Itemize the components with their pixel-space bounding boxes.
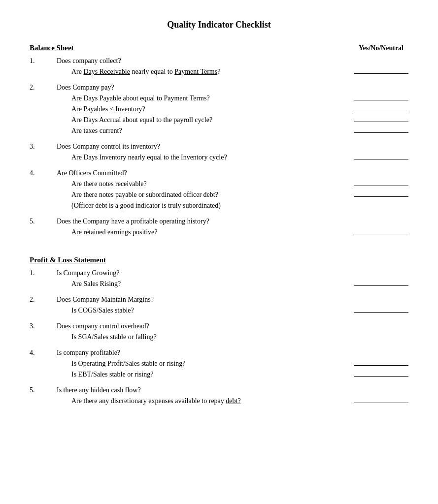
balance-sheet-title: Balance Sheet bbox=[30, 44, 74, 52]
answer-line[interactable] bbox=[354, 279, 408, 286]
item-number-3: 3. bbox=[30, 143, 57, 163]
pl-item-2: 2. Does Company Maintain Margins? Is COG… bbox=[30, 296, 408, 316]
item-number-4: 4. bbox=[30, 169, 57, 212]
answer-line[interactable] bbox=[354, 227, 408, 234]
item-5-main: Does the Company have a profitable opera… bbox=[57, 218, 408, 225]
balance-sheet-item-1: 1. Does company collect? Are Days Receiv… bbox=[30, 57, 408, 78]
balance-sheet-item-5: 5. Does the Company have a profitable op… bbox=[30, 218, 408, 238]
pl-item-4-sub-1: Is Operating Profit/Sales stable or risi… bbox=[71, 360, 344, 368]
yes-no-label: Yes/No/Neutral bbox=[359, 44, 404, 52]
item-3-main: Does Company control its inventory? bbox=[57, 143, 408, 151]
answer-line[interactable] bbox=[354, 359, 408, 366]
item-number-5: 5. bbox=[30, 218, 57, 238]
answer-line[interactable] bbox=[354, 396, 408, 403]
item-2-sub-1: Are Days Payable about equal to Payment … bbox=[71, 94, 344, 102]
pl-item-number-2: 2. bbox=[30, 296, 57, 316]
pl-item-4-main: Is company profitable? bbox=[57, 349, 408, 357]
item-5-sub-1: Are retained earnings positive? bbox=[71, 228, 344, 236]
answer-line[interactable] bbox=[354, 126, 408, 133]
item-2-sub-4: Are taxes current? bbox=[71, 127, 344, 135]
answer-line[interactable] bbox=[354, 370, 408, 377]
balance-sheet-item-3: 3. Does Company control its inventory? A… bbox=[30, 143, 408, 163]
pl-item-number-5: 5. bbox=[30, 386, 57, 407]
page-title: Quality Indicator Checklist bbox=[30, 20, 408, 30]
pl-item-3-sub-1: Is SGA/Sales stable or falling? bbox=[71, 333, 344, 341]
pl-item-number-3: 3. bbox=[30, 322, 57, 343]
pl-item-2-sub-1: Is COGS/Sales stable? bbox=[71, 307, 344, 315]
pl-item-5: 5. Is there any hidden cash flow? Are th… bbox=[30, 386, 408, 407]
answer-line[interactable] bbox=[354, 94, 408, 100]
item-3-sub-1: Are Days Inventory nearly equal to the I… bbox=[71, 154, 344, 161]
profit-loss-section: Profit & Loss Statement 1. Is Company Gr… bbox=[30, 256, 408, 407]
item-number-2: 2. bbox=[30, 84, 57, 137]
answer-line[interactable] bbox=[354, 179, 408, 186]
item-4-main: Are Officers Committed? bbox=[57, 169, 408, 177]
profit-loss-title: Profit & Loss Statement bbox=[30, 256, 106, 264]
pl-item-3: 3. Does company control overhead? Is SGA… bbox=[30, 322, 408, 343]
pl-item-1: 1. Is Company Growing? Are Sales Rising? bbox=[30, 269, 408, 290]
pl-item-number-4: 4. bbox=[30, 349, 57, 380]
item-2-sub-2: Are Payables < Inventory? bbox=[71, 105, 344, 113]
item-1-main: Does company collect? bbox=[57, 57, 408, 65]
answer-line[interactable] bbox=[354, 153, 408, 159]
pl-item-5-main: Is there any hidden cash flow? bbox=[57, 386, 408, 394]
item-4-sub-3: (Officer debt is a good indicator is tru… bbox=[71, 202, 344, 210]
item-4-sub-1: Are there notes receivable? bbox=[71, 180, 344, 188]
pl-item-4: 4. Is company profitable? Is Operating P… bbox=[30, 349, 408, 380]
pl-item-1-main: Is Company Growing? bbox=[57, 269, 408, 277]
balance-sheet-item-2: 2. Does Company pay? Are Days Payable ab… bbox=[30, 84, 408, 137]
item-number-1: 1. bbox=[30, 57, 57, 78]
pl-item-2-main: Does Company Maintain Margins? bbox=[57, 296, 408, 304]
answer-line[interactable] bbox=[354, 306, 408, 313]
answer-line[interactable] bbox=[354, 115, 408, 122]
pl-item-4-sub-2: Is EBT/Sales stable or rising? bbox=[71, 371, 344, 378]
answer-line[interactable] bbox=[354, 104, 408, 111]
pl-item-5-sub-1: Are there any discretionary expenses ava… bbox=[71, 397, 344, 405]
item-1-sub-1: Are Days Receivable nearly equal to Paym… bbox=[71, 68, 344, 76]
balance-sheet-section: Balance Sheet Yes/No/Neutral 1. Does com… bbox=[30, 44, 408, 238]
balance-sheet-item-4: 4. Are Officers Committed? Are there not… bbox=[30, 169, 408, 212]
answer-line[interactable] bbox=[354, 67, 408, 74]
item-2-sub-3: Are Days Accrual about equal to the payr… bbox=[71, 116, 344, 124]
item-4-sub-2: Are there notes payable or subordinated … bbox=[71, 191, 344, 199]
pl-item-3-main: Does company control overhead? bbox=[57, 322, 408, 330]
pl-item-number-1: 1. bbox=[30, 269, 57, 290]
pl-item-1-sub-1: Are Sales Rising? bbox=[71, 280, 344, 288]
item-2-main: Does Company pay? bbox=[57, 84, 408, 92]
answer-line[interactable] bbox=[354, 190, 408, 197]
